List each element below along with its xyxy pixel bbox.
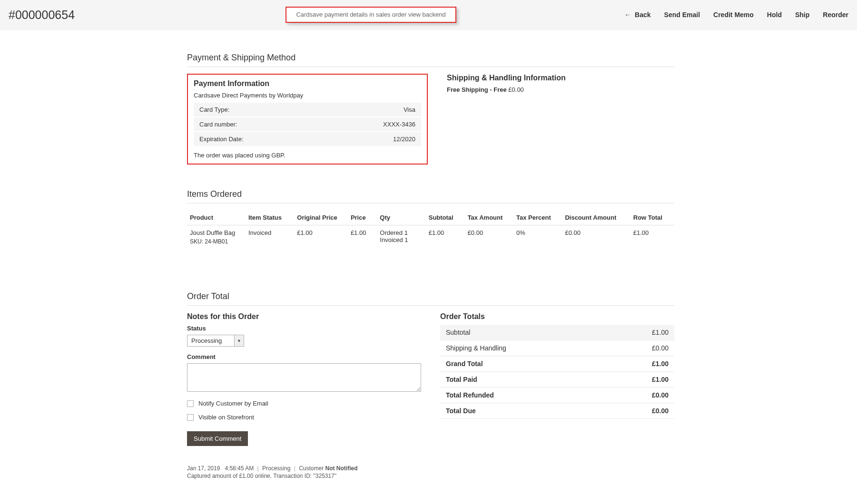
col-product: Product (187, 210, 246, 225)
credit-memo-button[interactable]: Credit Memo (713, 11, 754, 19)
payment-shipping-heading: Payment & Shipping Method (187, 53, 674, 63)
payment-information-block: Payment Information Cardsave Direct Paym… (187, 74, 428, 165)
history-entry: Jan 17, 2019 4:58:45 AM | Processing | C… (187, 465, 421, 472)
arrow-left-icon: ← (624, 11, 631, 19)
item-name: Joust Duffle Bag (190, 229, 243, 236)
paid-label: Total Paid (440, 372, 609, 388)
visible-checkbox[interactable] (187, 414, 194, 421)
col-discount: Discount Amount (562, 210, 630, 225)
submit-comment-button[interactable]: Submit Comment (187, 431, 248, 446)
col-original-price: Original Price (294, 210, 348, 225)
col-tax-percent: Tax Percent (513, 210, 562, 225)
notify-label: Notify Customer by Email (198, 400, 268, 407)
shipping-value: £0.00 (609, 340, 674, 356)
order-total-heading: Order Total (187, 291, 674, 301)
col-qty: Qty (377, 210, 425, 225)
order-totals-title: Order Totals (440, 312, 674, 321)
visible-label: Visible on Storefront (198, 414, 254, 421)
reorder-button[interactable]: Reorder (823, 11, 848, 19)
history-notified: Not Notified (325, 465, 358, 472)
items-ordered-heading: Items Ordered (187, 189, 674, 199)
item-original-price: £1.00 (294, 225, 348, 249)
shipping-method-label: Free Shipping - Free (447, 86, 507, 93)
divider (187, 203, 674, 204)
payment-method: Cardsave Direct Payments by Worldpay (194, 92, 421, 99)
subtotal-label: Subtotal (440, 325, 609, 340)
shipping-info-title: Shipping & Handling Information (447, 74, 674, 82)
dropdown-icon: ▼ (235, 335, 244, 347)
item-row-total: £1.00 (630, 225, 674, 249)
status-select[interactable]: Processing ▼ (187, 335, 421, 347)
payment-details-table: Card Type: Visa Card number: XXXX-3436 E… (194, 103, 421, 147)
payment-info-title: Payment Information (194, 79, 421, 88)
item-tax-amount: £0.00 (465, 225, 513, 249)
sku-label: SKU: (190, 238, 203, 245)
order-totals-table: Subtotal £1.00 Shipping & Handling £0.00… (440, 325, 674, 419)
card-number-value: XXXX-3436 (321, 117, 421, 132)
history-capture: Captured amount of £1.00 online. Transac… (187, 473, 421, 479)
col-tax-amount: Tax Amount (465, 210, 513, 225)
status-value: Processing (187, 335, 235, 347)
item-discount: £0.00 (562, 225, 630, 249)
comment-textarea[interactable] (187, 363, 421, 392)
col-item-status: Item Status (246, 210, 294, 225)
comment-label: Comment (187, 353, 421, 360)
sku-value: 24-MB01 (205, 238, 228, 245)
shipping-amount: £0.00 (508, 86, 524, 93)
col-row-total: Row Total (630, 210, 674, 225)
divider (187, 305, 674, 306)
grand-label: Grand Total (440, 356, 609, 372)
history-date: Jan 17, 2019 (187, 465, 220, 472)
notify-checkbox[interactable] (187, 400, 194, 407)
card-number-label: Card number: (194, 117, 321, 132)
items-table: Product Item Status Original Price Price… (187, 210, 674, 249)
history-customer-label: Customer (299, 465, 324, 472)
item-price: £1.00 (348, 225, 377, 249)
expiration-label: Expiration Date: (194, 132, 321, 146)
card-type-value: Visa (321, 103, 421, 117)
expiration-value: 12/2020 (321, 132, 421, 146)
currency-note: The order was placed using GBP. (194, 152, 421, 159)
due-label: Total Due (440, 403, 609, 419)
card-type-label: Card Type: (194, 103, 321, 117)
shipping-method: Free Shipping - Free £0.00 (447, 86, 674, 93)
refunded-value: £0.00 (609, 388, 674, 403)
table-row: Joust Duffle Bag SKU: 24-MB01 Invoiced £… (187, 225, 674, 249)
back-button[interactable]: ← Back (624, 11, 650, 19)
shipping-label: Shipping & Handling (440, 340, 609, 356)
history-status: Processing (262, 465, 290, 472)
subtotal-value: £1.00 (609, 325, 674, 340)
refunded-label: Total Refunded (440, 388, 609, 403)
back-label: Back (635, 11, 650, 19)
col-price: Price (348, 210, 377, 225)
hold-button[interactable]: Hold (767, 11, 782, 19)
send-email-button[interactable]: Send Email (664, 11, 700, 19)
item-status: Invoiced (246, 225, 294, 249)
col-subtotal: Subtotal (426, 210, 465, 225)
qty-invoiced: Invoiced 1 (380, 236, 423, 243)
order-number: #000000654 (9, 8, 75, 22)
divider (187, 67, 674, 67)
history-time: 4:58:45 AM (225, 465, 254, 472)
header-actions: ← Back Send Email Credit Memo Hold Ship … (624, 11, 848, 19)
item-tax-percent: 0% (513, 225, 562, 249)
due-value: £0.00 (609, 403, 674, 419)
grand-value: £1.00 (609, 356, 674, 372)
callout-banner: Cardsave payment details in sales order … (286, 7, 456, 23)
ship-button[interactable]: Ship (795, 11, 809, 19)
paid-value: £1.00 (609, 372, 674, 388)
notes-title: Notes for this Order (187, 312, 421, 321)
qty-ordered: Ordered 1 (380, 229, 423, 236)
status-label: Status (187, 325, 421, 332)
item-subtotal: £1.00 (426, 225, 465, 249)
